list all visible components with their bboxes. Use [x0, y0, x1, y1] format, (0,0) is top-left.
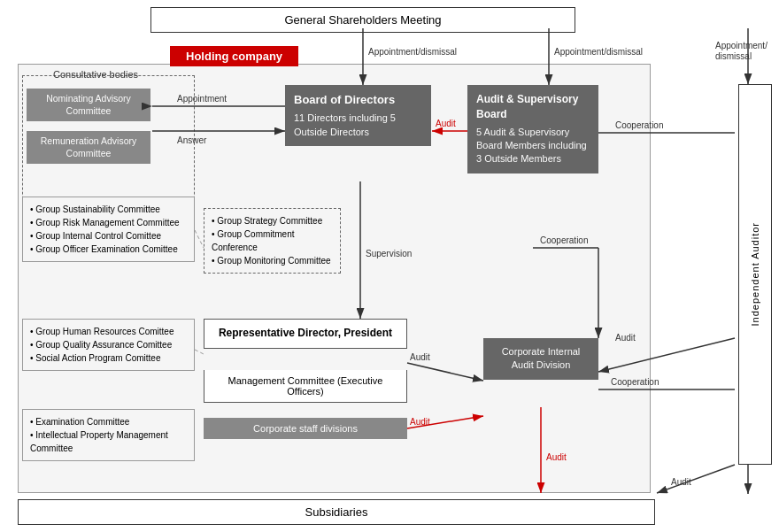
svg-text:Appointment/: Appointment/	[715, 41, 767, 50]
committee-item: • Group Sustainability Committee	[30, 203, 187, 216]
svg-text:Appointment/dismissal: Appointment/dismissal	[368, 47, 457, 57]
subsidiaries: Subsidiaries	[18, 499, 655, 525]
committee-item: • Social Action Program Comittee	[30, 351, 187, 365]
group-committees-1: • Group Sustainability Committee • Group…	[22, 197, 195, 262]
holding-company-label: Holding company	[170, 46, 298, 66]
audit-supervisory-board: Audit & Supervisory Board 5 Audit & Supe…	[467, 85, 598, 173]
committee-item: • Group Officer Examination Comittee	[30, 243, 187, 256]
svg-text:Appointment/dismissal: Appointment/dismissal	[554, 47, 643, 57]
committee-item: • Group Human Resources Comittee	[30, 325, 187, 338]
consultative-bodies-label: Consultative bodies	[53, 69, 138, 80]
board-of-directors: Board of Directors 11 Directors includin…	[285, 85, 431, 146]
corporate-internal-audit-division: Corporate Internal Audit Division	[483, 338, 598, 380]
remuneration-advisory-committee: Remuneration Advisory Committee	[27, 131, 150, 164]
diagram: General Shareholders Meeting Holding com…	[0, 0, 779, 532]
corporate-staff-divisions: Corporate staff divisions	[204, 418, 407, 439]
committee-item: • Group Risk Management Committee	[30, 216, 187, 229]
representative-director: Representative Director, President	[204, 319, 407, 349]
committee-item: • Group Commitment Conference	[212, 227, 333, 254]
committee-item: • Group Strategy Committee	[212, 214, 333, 227]
nominating-advisory-committee: Nominating Advisory Committee	[27, 89, 150, 121]
svg-text:dismissal: dismissal	[715, 51, 752, 61]
svg-line-35	[657, 465, 735, 493]
independent-auditor: Independent Auditor	[738, 84, 772, 465]
strategy-committees: • Group Strategy Committee • Group Commi…	[204, 208, 341, 274]
general-shareholders-meeting: General Shareholders Meeting	[150, 7, 575, 33]
management-committee: Management Committee (Executive Officers…	[204, 370, 407, 403]
committee-item: • Group Quality Assurance Comittee	[30, 338, 187, 351]
committee-item: • Group Internal Control Comittee	[30, 229, 187, 243]
committee-item: • Group Monitoring Committee	[212, 254, 333, 267]
group-committees-2: • Group Human Resources Comittee • Group…	[22, 319, 195, 371]
committee-item: • Examination Committee	[30, 415, 187, 428]
committee-item: • Intellectual Property Management Commi…	[30, 428, 187, 455]
group-committees-3: • Examination Committee • Intellectual P…	[22, 409, 195, 461]
svg-text:Audit: Audit	[671, 477, 691, 487]
